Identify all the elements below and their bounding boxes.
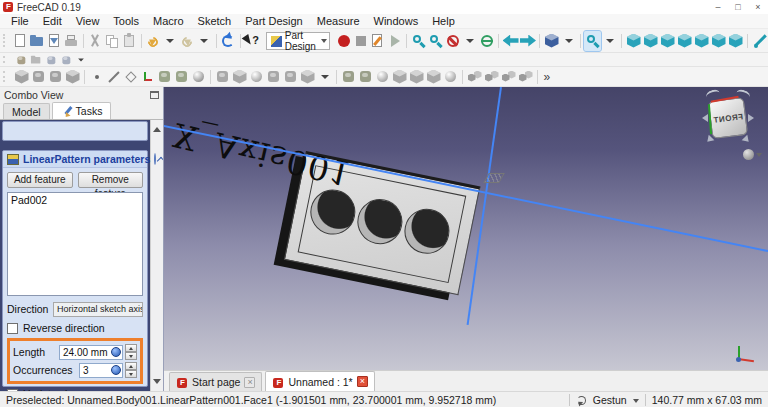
feature-pad002[interactable]: Pad002: [11, 194, 139, 207]
linear-pattern-button[interactable]: [483, 68, 500, 86]
navigation-style-button[interactable]: Gestun: [593, 394, 627, 406]
bottom-view-button[interactable]: [710, 31, 727, 51]
navcube-corner-arrow-icon[interactable]: [742, 135, 755, 148]
menu-macro[interactable]: Macro: [146, 14, 191, 29]
chevron-down-icon[interactable]: [633, 399, 639, 406]
expression-editor-icon[interactable]: [111, 365, 121, 375]
menu-measure[interactable]: Measure: [310, 14, 367, 29]
measure-button[interactable]: [751, 31, 768, 51]
hole-button[interactable]: [231, 68, 248, 86]
print-button[interactable]: [63, 31, 80, 51]
toolbar-overflow-button[interactable]: [541, 68, 558, 86]
spin-down-button[interactable]: [125, 370, 137, 378]
edit-sketch-button[interactable]: [47, 68, 64, 86]
view-group-dropdown[interactable]: [560, 31, 577, 51]
boolean-button[interactable]: [340, 68, 357, 86]
mirrored-button[interactable]: [466, 68, 483, 86]
3d-viewport[interactable]: X_Axis001 FRONT: [164, 87, 768, 370]
close-tab-button[interactable]: [244, 377, 255, 388]
spin-up-button[interactable]: [125, 344, 137, 352]
navcube-menu-sphere[interactable]: [743, 149, 754, 160]
additive-primitive-dropdown[interactable]: [316, 68, 333, 86]
datum-point-button[interactable]: [88, 68, 105, 86]
multitransform-button[interactable]: [517, 68, 534, 86]
menu-edit[interactable]: Edit: [36, 14, 69, 29]
make-link-button[interactable]: [43, 53, 58, 66]
texture-view-button[interactable]: [478, 31, 495, 51]
revolution-button[interactable]: [248, 68, 265, 86]
link-dropdown[interactable]: [73, 53, 88, 66]
polar-pattern-button[interactable]: [500, 68, 517, 86]
menu-tools[interactable]: Tools: [106, 14, 146, 29]
chamfer-button[interactable]: [391, 68, 408, 86]
additive-loft-button[interactable]: [265, 68, 282, 86]
front-view-button[interactable]: [642, 31, 659, 51]
create-part-button[interactable]: [13, 53, 28, 66]
additive-pipe-button[interactable]: [282, 68, 299, 86]
reverse-direction-checkbox[interactable]: [7, 323, 18, 334]
pad-button[interactable]: [214, 68, 231, 86]
task-box-header[interactable]: LinearPattern parameters: [3, 151, 147, 168]
navcube-right-arrow-icon[interactable]: [748, 114, 758, 122]
scroll-up-icon[interactable]: [153, 123, 161, 132]
close-tab-button[interactable]: [357, 376, 368, 387]
spin-up-button[interactable]: [125, 362, 137, 370]
spin-down-button[interactable]: [125, 352, 137, 360]
create-body-button[interactable]: [13, 68, 30, 86]
right-view-button[interactable]: [676, 31, 693, 51]
navcube-left-arrow-icon[interactable]: [698, 114, 708, 122]
paste-button[interactable]: [121, 31, 138, 51]
local-cs-button[interactable]: [139, 68, 156, 86]
undo-dropdown[interactable]: [162, 31, 179, 51]
refresh-button[interactable]: [220, 31, 237, 51]
rear-view-button[interactable]: [693, 31, 710, 51]
menu-file[interactable]: File: [4, 14, 36, 29]
datum-line-button[interactable]: [105, 68, 122, 86]
tab-unnamed-1[interactable]: Unnamed : 1*: [265, 371, 374, 391]
left-view-button[interactable]: [727, 31, 744, 51]
undo-button[interactable]: [145, 31, 162, 51]
map-sketch-button[interactable]: [64, 68, 81, 86]
new-file-button[interactable]: [12, 31, 29, 51]
zoom-tools-button[interactable]: [584, 31, 601, 51]
save-button[interactable]: [46, 31, 63, 51]
menu-help[interactable]: Help: [425, 14, 462, 29]
navigation-cube[interactable]: FRONT: [698, 90, 758, 148]
macro-record-button[interactable]: [335, 31, 352, 51]
feature-list[interactable]: Pad002: [7, 192, 143, 296]
macro-play-button[interactable]: [386, 31, 403, 51]
menu-windows[interactable]: Windows: [367, 14, 426, 29]
minimize-button[interactable]: –: [708, 0, 728, 14]
navcube-face[interactable]: FRONT: [708, 97, 748, 139]
view-group-button[interactable]: [543, 31, 560, 51]
additive-primitive-button[interactable]: [299, 68, 316, 86]
open-file-button[interactable]: [29, 31, 46, 51]
create-sketch-button[interactable]: [30, 68, 47, 86]
fillet-button[interactable]: [374, 68, 391, 86]
update-view-checkbox[interactable]: [7, 389, 18, 392]
tab-tasks[interactable]: Tasks: [52, 102, 112, 119]
add-feature-button[interactable]: Add feature: [7, 172, 73, 188]
macro-stop-button[interactable]: [352, 31, 369, 51]
float-panel-icon[interactable]: [150, 91, 159, 99]
make-sub-link-button[interactable]: [58, 53, 73, 66]
zoom-tools-dropdown[interactable]: [601, 31, 618, 51]
menu-part-design[interactable]: Part Design: [238, 14, 309, 29]
top-view-button[interactable]: [659, 31, 676, 51]
menu-view[interactable]: View: [69, 14, 107, 29]
redo-dropdown[interactable]: [196, 31, 213, 51]
shape-binder-button[interactable]: [156, 68, 173, 86]
copy-button[interactable]: [104, 31, 121, 51]
axonometric-view-button[interactable]: [625, 31, 642, 51]
whats-this-button[interactable]: [244, 31, 261, 51]
scroll-down-icon[interactable]: [153, 379, 161, 388]
maximize-button[interactable]: □: [728, 0, 748, 14]
tab-model[interactable]: Model: [3, 103, 50, 119]
create-group-button[interactable]: [28, 53, 43, 66]
subtractive-sphere-button[interactable]: [442, 68, 459, 86]
nav-back-button[interactable]: [502, 31, 519, 51]
workbench-selector[interactable]: Part Design: [266, 32, 330, 50]
draw-style-button[interactable]: [444, 31, 461, 51]
sub-shape-binder-button[interactable]: [173, 68, 190, 86]
remove-feature-button[interactable]: Remove feature: [78, 172, 144, 188]
